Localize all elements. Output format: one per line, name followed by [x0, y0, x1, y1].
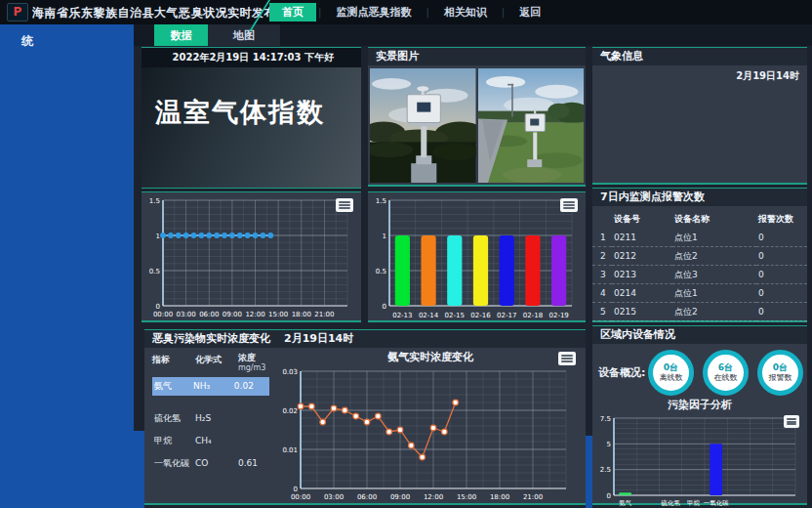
- svg-text:09:00: 09:00: [390, 493, 410, 501]
- left-sidebar: 统: [0, 24, 134, 508]
- odor-row-3[interactable]: 一氧化碳CO0.61: [152, 454, 275, 473]
- chart-menu-icon[interactable]: [336, 198, 353, 212]
- site-photo-right: [478, 68, 585, 183]
- site-photo-left: [370, 68, 476, 183]
- svg-text:02-13: 02-13: [392, 312, 412, 319]
- ammonia-chart-title: 氨气实时浓度变化: [275, 350, 586, 365]
- svg-text:18:00: 18:00: [292, 311, 311, 318]
- blue-gap-middle: [586, 436, 592, 508]
- svg-text:0.5: 0.5: [149, 268, 160, 275]
- alarm-col-header: 报警次数: [756, 210, 807, 229]
- svg-text:0: 0: [607, 492, 611, 500]
- svg-text:1: 1: [383, 233, 386, 240]
- device-circle-2: 0台报警数: [757, 350, 803, 396]
- svg-text:一氧化碳: 一氧化碳: [704, 499, 730, 507]
- svg-text:5: 5: [607, 441, 611, 448]
- svg-text:03:00: 03:00: [324, 493, 344, 501]
- odor-panel-title: 恶臭污染物实时浓度变化: [152, 330, 270, 348]
- svg-text:15:00: 15:00: [268, 311, 288, 318]
- nav-item-1[interactable]: 监测点恶臭指数: [323, 3, 424, 21]
- weather-panel: 气象信息 2月19日14时: [592, 47, 807, 185]
- odor-pollutants-panel: 恶臭污染物实时浓度变化 2月19日14时 指标 化学式 浓度 mg/m3 氨气N…: [144, 329, 586, 505]
- svg-text:0: 0: [383, 303, 386, 311]
- device-circle-0: 0台离线数: [648, 350, 694, 396]
- svg-text:2.5: 2.5: [600, 466, 611, 474]
- blue-gap-left: [134, 431, 144, 508]
- svg-text:甲烷: 甲烷: [687, 499, 701, 507]
- nav-item-0[interactable]: 首页: [269, 3, 316, 21]
- svg-text:0.01: 0.01: [282, 446, 298, 454]
- ammonia-chart-area: 氨气实时浓度变化 00.010.020.0300:0003:0006:0009:…: [275, 348, 586, 502]
- svg-text:15:00: 15:00: [457, 493, 476, 501]
- odor-panel-header: 恶臭污染物实时浓度变化 2月19日14时: [144, 330, 586, 348]
- svg-text:21:00: 21:00: [523, 493, 543, 501]
- chart-menu-icon[interactable]: [558, 352, 576, 365]
- daily-bar-chart: 00.511.502-1302-1402-1502-1602-1702-1802…: [368, 192, 582, 319]
- weather-datetime: 2月19日14时: [592, 65, 807, 83]
- svg-text:7.5: 7.5: [600, 415, 611, 423]
- alarm-col-header: [592, 210, 612, 229]
- svg-text:0.03: 0.03: [282, 368, 298, 376]
- nav-item-3[interactable]: 返回: [507, 3, 553, 21]
- clock-panel: 2022年2月19日 14:17:03 下午好 温室气体指数: [142, 47, 361, 189]
- svg-text:21:00: 21:00: [314, 311, 334, 318]
- odor-unit: mg/m3: [238, 363, 265, 372]
- svg-text:09:00: 09:00: [223, 311, 242, 318]
- greenhouse-title-area: 温室气体指数: [142, 67, 361, 188]
- chart-menu-icon[interactable]: [560, 198, 578, 212]
- odor-panel-datetime: 2月19日14时: [284, 330, 353, 348]
- svg-text:02-14: 02-14: [419, 312, 439, 319]
- svg-text:18:00: 18:00: [490, 493, 509, 501]
- odor-table: 指标 化学式 浓度 mg/m3 氨气NH₃0.02硫化氢H₂S甲烷CH₄一氧化碳…: [144, 348, 275, 502]
- pollution-bar-chart: 02.557.5氨气硫化氢甲烷一氧化碳: [592, 413, 801, 507]
- odor-row-2[interactable]: 甲烷CH₄: [152, 432, 275, 450]
- svg-text:1: 1: [156, 233, 160, 240]
- svg-text:0: 0: [294, 486, 298, 493]
- table-row: 20212点位20: [592, 247, 807, 266]
- svg-text:06:00: 06:00: [357, 493, 377, 501]
- pollution-chart-area: 污染因子分析 02.557.5氨气硫化氢甲烷一氧化碳: [592, 398, 807, 507]
- nav-item-2[interactable]: 相关知识: [431, 3, 500, 21]
- table-row: 10211点位10: [592, 229, 807, 247]
- nav-separator: |: [318, 3, 321, 21]
- chart-menu-icon[interactable]: [784, 415, 799, 428]
- odor-table-headers: 指标 化学式 浓度 mg/m3: [152, 354, 275, 373]
- odor-row-0[interactable]: 氨气NH₃0.02: [152, 377, 269, 396]
- app-logo-icon: P: [7, 3, 28, 21]
- svg-text:12:00: 12:00: [424, 493, 443, 501]
- svg-text:硫化氢: 硫化氢: [660, 499, 680, 507]
- datetime-text: 2022年2月19日 14:17:03 下午好: [142, 48, 361, 67]
- title-wrap-text: 统: [0, 24, 134, 50]
- tab-0[interactable]: 数据: [154, 24, 208, 46]
- odor-row-1[interactable]: 硫化氢H₂S: [152, 409, 275, 428]
- greenhouse-index-title: 温室气体指数: [142, 67, 361, 130]
- svg-text:02-15: 02-15: [445, 312, 465, 319]
- svg-text:0: 0: [156, 303, 160, 311]
- svg-text:02-17: 02-17: [497, 312, 516, 319]
- svg-text:00:00: 00:00: [291, 493, 310, 501]
- nav-separator: |: [426, 3, 428, 21]
- pollution-chart-title: 污染因子分析: [592, 398, 807, 413]
- alarm-panel-title: 7日内监测点报警次数: [592, 189, 807, 206]
- svg-text:02-18: 02-18: [523, 312, 543, 319]
- device-circle-1: 6台在线数: [703, 350, 749, 396]
- tab-spacer: [134, 24, 154, 46]
- photos-panel: 实景图片: [368, 47, 586, 187]
- device-status-circles: 0台离线数6台在线数0台报警数: [648, 350, 803, 396]
- table-row: 30213点位30: [592, 266, 807, 284]
- alarm-col-header: 设备号: [612, 210, 672, 229]
- svg-text:1.5: 1.5: [376, 197, 386, 205]
- svg-text:03:00: 03:00: [177, 311, 196, 318]
- dashboard-screen: P 海南省乐东黎族自治县大气恶臭状况实时发布系 首页|监测点恶臭指数|相关知识|…: [0, 0, 812, 508]
- svg-text:1.5: 1.5: [149, 197, 160, 205]
- svg-text:02-19: 02-19: [548, 312, 568, 319]
- svg-text:0.02: 0.02: [282, 407, 298, 415]
- device-overview-label: 设备概况:: [598, 365, 648, 380]
- photos-panel-title: 实景图片: [368, 48, 586, 65]
- svg-text:00:00: 00:00: [153, 311, 173, 318]
- top-header-bar: P 海南省乐东黎族自治县大气恶臭状况实时发布系 首页|监测点恶臭指数|相关知识|…: [0, 0, 812, 24]
- ammonia-line-chart: 00.010.020.0300:0003:0006:0009:0012:0015…: [275, 365, 578, 502]
- greenhouse-line-chart: 00.511.500:0003:0006:0009:0012:0015:0018…: [142, 192, 357, 319]
- svg-text:12:00: 12:00: [245, 311, 264, 318]
- weather-panel-title: 气象信息: [592, 48, 807, 65]
